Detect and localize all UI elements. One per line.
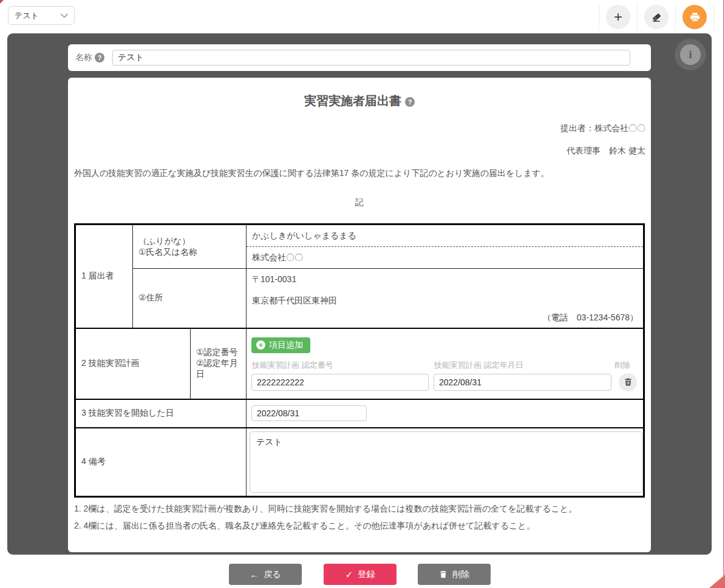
footnote-2: 2. 4欄には、届出に係る担当者の氏名、職名及び連絡先を記載すること。その他伝達… xyxy=(74,519,577,532)
row1-label-cell: 1 届出者 xyxy=(75,225,133,328)
company-name-value: 株式会社〇〇 xyxy=(247,247,643,268)
footnotes: 1. 2欄は、認定を受けた技能実習計画が複数あり、同時に技能実習を開始する場合に… xyxy=(74,498,577,532)
remarks-textarea[interactable]: テスト xyxy=(250,431,642,493)
cert-date-caption: ②認定年月日 xyxy=(196,358,246,380)
row2-value-cell: + 項目追加 技能実習計画 認定番号 技能実習計画 認定年月日 削除 xyxy=(247,328,644,399)
name-help-icon[interactable]: ? xyxy=(95,53,104,63)
top-left-accent-speck xyxy=(0,0,4,4)
furigana-value: かぶしきがいしゃまるまる xyxy=(247,225,643,247)
preset-dropdown[interactable]: テスト xyxy=(8,6,75,25)
title-help-icon[interactable]: ? xyxy=(405,97,415,107)
info-button[interactable]: i xyxy=(675,39,706,70)
page-title: 実習実施者届出書? xyxy=(68,93,651,109)
row4-label-cell: 4 備考 xyxy=(75,428,247,497)
register-button[interactable]: ✓ 登録 xyxy=(324,564,397,585)
add-item-label: 項目追加 xyxy=(269,340,303,351)
document-card: 実習実施者届出書? 提出者：株式会社〇〇 代表理事 鈴木 健太 外国人の技能実習… xyxy=(68,78,651,552)
info-icon: i xyxy=(680,44,701,65)
representative-line: 代表理事 鈴木 健太 xyxy=(567,146,645,157)
start-date-input[interactable] xyxy=(251,405,367,421)
page-title-text: 実習実施者届出書 xyxy=(304,94,401,107)
record-mark: 記 xyxy=(68,197,651,208)
row3-label-cell: 3 技能実習を開始した日 xyxy=(75,399,247,428)
furigana-caption: （ふりがな） xyxy=(138,236,246,247)
address-caption-cell: ②住所 xyxy=(133,269,247,328)
row4-value-cell: テスト xyxy=(247,428,644,497)
clear-button[interactable] xyxy=(644,5,669,29)
page-edge-accent-line xyxy=(723,0,724,588)
register-button-label: 登録 xyxy=(358,569,375,580)
preset-dropdown-value: テスト xyxy=(15,10,61,21)
row2-label-cell: 2 技能実習計画 xyxy=(75,328,191,399)
toolbar-divider xyxy=(599,4,599,30)
phone-value: （電話 03-1234-5678） xyxy=(543,313,638,323)
row1-value-cell: かぶしきがいしゃまるまる 株式会社〇〇 xyxy=(247,225,644,269)
cert-date-input[interactable] xyxy=(434,374,611,391)
address-value: 東京都千代田区東神田 xyxy=(252,296,337,306)
row2-caption-cell: ①認定番号 ②認定年月日 xyxy=(191,328,247,399)
add-item-button[interactable]: + 項目追加 xyxy=(251,337,310,353)
footnote-1: 1. 2欄は、認定を受けた技能実習計画が複数あり、同時に技能実習を開始する場合に… xyxy=(74,502,577,515)
back-button[interactable]: ← 戻る xyxy=(229,564,302,585)
toolbar-divider xyxy=(675,4,676,30)
back-arrow-icon: ← xyxy=(250,570,259,579)
back-button-label: 戻る xyxy=(264,569,281,580)
trash-icon xyxy=(439,570,448,579)
row1-caption-cell: （ふりがな） ①氏名又は名称 xyxy=(133,225,247,269)
toolbar-divider xyxy=(713,4,714,30)
intro-paragraph: 外国人の技能実習の適正な実施及び技能実習生の保護に関する法律第17 条の規定によ… xyxy=(74,168,549,179)
print-button[interactable] xyxy=(682,5,707,29)
toolbar-divider xyxy=(637,4,638,30)
plus-icon: + xyxy=(614,10,622,24)
cert-date-field-label: 技能実習計画 認定年月日 xyxy=(434,360,523,371)
name-caption: ①氏名又は名称 xyxy=(138,247,246,258)
chevron-down-icon xyxy=(61,13,68,18)
address-value-cell: 〒101-0031 東京都千代田区東神田 （電話 03-1234-5678） xyxy=(247,269,644,328)
notification-table: 1 届出者 （ふりがな） ①氏名又は名称 かぶしきがいしゃまるまる 株式会社〇〇… xyxy=(74,223,645,498)
record-name-label: 名称 xyxy=(75,52,92,63)
corner-accent-triangle xyxy=(709,575,725,588)
printer-icon xyxy=(689,12,701,23)
form-panel: i 名称 ? 実習実施者届出書? 提出者：株式会社〇〇 代表理事 鈴木 健太 外… xyxy=(7,33,712,555)
trash-icon xyxy=(624,377,633,387)
record-name-bar: 名称 ? xyxy=(68,44,651,71)
delete-column-label: 削除 xyxy=(614,360,630,371)
delete-button-label: 削除 xyxy=(452,569,469,580)
cert-number-caption: ①認定番号 xyxy=(196,347,246,358)
check-icon: ✓ xyxy=(345,570,353,579)
delete-button[interactable]: 削除 xyxy=(418,564,491,585)
add-new-button[interactable]: + xyxy=(606,5,630,29)
eraser-icon xyxy=(651,12,662,23)
record-name-input[interactable] xyxy=(112,50,630,66)
postal-code: 〒101-0031 xyxy=(252,274,296,285)
delete-row-button[interactable] xyxy=(619,373,637,391)
plus-circle-icon: + xyxy=(256,340,265,350)
toolbar-actions: + xyxy=(599,2,714,32)
top-toolbar: テスト + xyxy=(0,0,725,33)
cert-number-field-label: 技能実習計画 認定番号 xyxy=(252,360,333,371)
cert-number-input[interactable] xyxy=(251,374,429,391)
row3-value-cell xyxy=(247,399,644,428)
submitter-line: 提出者：株式会社〇〇 xyxy=(560,123,645,134)
